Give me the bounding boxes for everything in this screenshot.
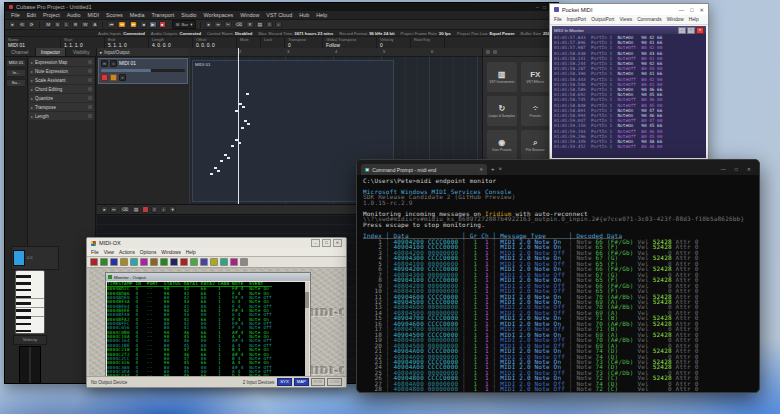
toolbar-icon[interactable] [100, 258, 108, 266]
mode-button[interactable]: R [72, 21, 79, 28]
toolbar-icon[interactable] [200, 258, 208, 266]
midi-note[interactable] [247, 123, 250, 125]
editor-tool-button[interactable]: ⌫ [120, 206, 130, 213]
monitor-button[interactable] [110, 74, 117, 81]
midiox-window[interactable]: MIDI-OX –□✕ FileViewActionsOptionsWindow… [86, 237, 347, 388]
menu-item[interactable]: InputPort [567, 17, 586, 22]
midiox-title-bar[interactable]: MIDI-OX –□✕ [87, 238, 346, 248]
midi-note[interactable] [214, 167, 217, 169]
editor-tool-button[interactable]: ▸ [101, 206, 108, 213]
cubase-mini-fader[interactable]: 0.0 [11, 246, 59, 270]
scrollbar-thumb[interactable] [305, 292, 309, 308]
piano-keyboard[interactable] [15, 270, 45, 334]
media-rack-tile[interactable]: ↻Loops & Samples [487, 96, 517, 126]
channel-slot[interactable]: In... [6, 69, 26, 77]
left-zone-tab[interactable]: Channel [5, 48, 36, 56]
tool-button[interactable]: ✏ [214, 21, 222, 28]
editor-tool-button[interactable]: ▤ [132, 206, 140, 213]
window-control-icon[interactable]: □ [690, 7, 693, 13]
transport-button[interactable]: ⏮ [107, 21, 115, 28]
toolbar-button[interactable]: ▸ [9, 21, 16, 28]
menu-item[interactable]: File [554, 17, 562, 22]
menu-item[interactable]: Project [43, 12, 60, 18]
solo-button[interactable]: s [110, 60, 117, 67]
transport-button[interactable]: ⏺ [159, 21, 166, 28]
media-rack-tile[interactable]: ⁘Presets [521, 96, 551, 126]
menu-item[interactable]: Audio [67, 12, 81, 18]
monitor-output-title-bar[interactable]: Monitor - Output [106, 273, 310, 281]
midi-note[interactable] [217, 170, 220, 172]
inspector-section[interactable]: ▸Quantize [29, 94, 94, 102]
menu-item[interactable]: File [11, 12, 20, 18]
menu-item[interactable]: Options [140, 250, 157, 255]
tool-button[interactable]: ♪ [275, 21, 282, 28]
channel-slot[interactable]: MIDI 01 [6, 59, 26, 67]
toolbar-icon[interactable] [170, 258, 178, 266]
menu-item[interactable]: Actions [119, 250, 135, 255]
midi-note[interactable] [242, 106, 245, 108]
menu-item[interactable]: Window [667, 17, 684, 22]
media-rack-tile[interactable]: ⌕File Browser [521, 130, 551, 160]
media-rack-tile[interactable]: ▥VST Instruments [487, 62, 517, 92]
record-enable-button[interactable] [101, 74, 108, 81]
terminal-tab[interactable]: ▣ Command Prompt - midi end ✕ [361, 164, 487, 175]
toolbar-icon[interactable] [160, 258, 168, 266]
mute-button[interactable]: m [101, 60, 108, 67]
terminal-window[interactable]: ▣ Command Prompt - midi end ✕ + ˅ —□✕ C:… [356, 159, 760, 393]
menu-item[interactable]: Workspaces [204, 12, 234, 18]
midi-in-monitor-log[interactable]: 01:01:57.843 PortIn 1 NoteOn 90 42 6601:… [552, 34, 706, 150]
transport-button[interactable]: ⏩ [129, 21, 139, 28]
menu-item[interactable]: Studio [181, 12, 196, 18]
window-control-icon[interactable]: □ [322, 239, 331, 247]
minimize-icon[interactable]: – [678, 27, 686, 34]
toolbar-icon[interactable] [220, 258, 228, 266]
menu-item[interactable]: Edit [27, 12, 36, 18]
toolbar-button[interactable]: ⟳ [28, 21, 36, 28]
inspector-section[interactable]: ▸Scale Assistant [29, 76, 94, 84]
editor-tool-button[interactable]: ▾ [169, 206, 176, 213]
menu-item[interactable]: File [91, 250, 99, 255]
inspector-section[interactable]: ▸Note Expression [29, 67, 94, 75]
midi-note[interactable] [227, 157, 230, 159]
toolbar-icon[interactable] [240, 258, 248, 266]
menu-item[interactable]: Hub [299, 12, 309, 18]
tool-button[interactable]: ✂ [224, 21, 232, 28]
tool-button[interactable]: ⌫ [234, 21, 244, 28]
menu-item[interactable]: Scores [106, 12, 123, 18]
pocket-midi-window[interactable]: Pocket MIDI —□✕ FileInputPortOutputPortV… [549, 3, 709, 161]
midi-note[interactable] [246, 93, 249, 95]
terminal-window-buttons[interactable]: —□✕ [721, 164, 755, 175]
menu-item[interactable]: OutputPort [591, 17, 614, 22]
close-icon[interactable]: ✕ [696, 27, 704, 34]
menu-item[interactable]: View [104, 250, 114, 255]
maximize-icon[interactable]: □ [687, 27, 695, 34]
midi-note[interactable] [224, 154, 227, 156]
midiox-window-buttons[interactable]: –□✕ [311, 239, 342, 247]
window-control-icon[interactable]: ✕ [699, 7, 704, 13]
toolbar-icon[interactable] [210, 258, 218, 266]
edit-channel-button[interactable]: e [119, 74, 126, 81]
toolbar-icon[interactable] [230, 258, 238, 266]
terminal-output[interactable]: C:\Users\Pete>midi endpoint monitor Micr… [357, 175, 759, 393]
midi-note[interactable] [220, 160, 223, 162]
midi-note[interactable] [244, 120, 247, 122]
grid-type-dropdown[interactable]: ⊞Bar▾ [172, 20, 197, 29]
menu-item[interactable]: Help [186, 250, 196, 255]
menu-item[interactable]: Help [316, 12, 327, 18]
menu-item[interactable]: Commands [637, 17, 662, 22]
menu-item[interactable]: Transport [151, 12, 174, 18]
mode-button[interactable]: L [63, 21, 70, 28]
tab-dropdown-button[interactable]: ˅ [499, 164, 503, 175]
window-control-icon[interactable]: ✕ [333, 239, 342, 247]
monitor-output-window[interactable]: Monitor - Output TIMESTAMP IN PORT STATU… [105, 272, 311, 376]
editor-tool-button[interactable]: ✏ [110, 206, 118, 213]
window-control-icon[interactable]: — [679, 7, 684, 13]
toolbar-icon[interactable] [140, 258, 148, 266]
left-zone-tab[interactable]: Visibility [66, 48, 97, 56]
editor-tool-button[interactable]: ≡ [151, 206, 158, 213]
fader-handle[interactable] [13, 250, 25, 266]
window-control-icon[interactable]: – [311, 239, 320, 247]
toolbar-icon[interactable] [130, 258, 138, 266]
playhead[interactable] [238, 48, 239, 206]
menu-item[interactable]: Media [130, 12, 145, 18]
